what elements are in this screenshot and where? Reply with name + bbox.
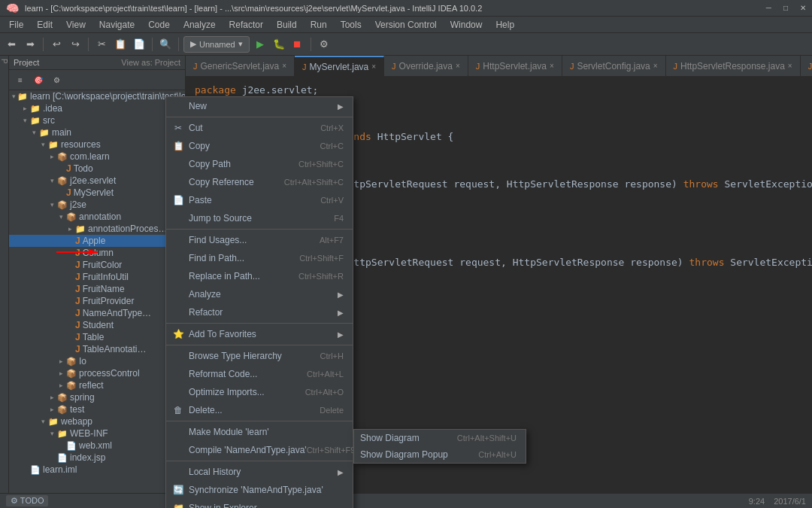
maximize-button[interactable]: □: [783, 4, 788, 12]
run-button[interactable]: ▶: [252, 36, 268, 53]
tree-item-myservlet[interactable]: JMyServlet: [9, 187, 185, 199]
tree-item-io[interactable]: ▸📦Io: [9, 355, 185, 367]
close-button[interactable]: ✕: [800, 4, 806, 12]
tree-item-fruitinfoutil[interactable]: JFruitInfoUtil: [9, 271, 185, 283]
ctx-item-copy[interactable]: 📋CopyCtrl+C: [166, 137, 353, 155]
editor-tab-ServletConfig-java[interactable]: JServletConfig.java×: [562, 56, 666, 77]
gear-icon[interactable]: ⚙: [48, 71, 65, 88]
tree-item-table[interactable]: JTable: [9, 331, 185, 343]
tree-item-todo[interactable]: JTodo: [9, 163, 185, 175]
tree-item-fruitcolor[interactable]: JFruitColor: [9, 259, 185, 271]
tree-item-j2se[interactable]: ▾📦j2se: [9, 199, 185, 211]
tab-close-icon[interactable]: ×: [788, 62, 792, 70]
tree-item-fruitprovider[interactable]: JFruitProvider: [9, 295, 185, 307]
tree-item-annotation[interactable]: ▾📦annotation: [9, 211, 185, 223]
ctx-item-delete---[interactable]: 🗑Delete...Delete: [166, 401, 353, 419]
ctx-item-analyze[interactable]: Analyze▶: [166, 285, 353, 303]
find-button[interactable]: 🔍: [157, 36, 174, 53]
menu-item-help[interactable]: Help: [489, 18, 520, 32]
menu-item-file[interactable]: File: [3, 18, 29, 32]
ctx-item-copy-reference[interactable]: Copy ReferenceCtrl+Alt+Shift+C: [166, 173, 353, 191]
tree-item-column[interactable]: JColumn: [9, 247, 185, 259]
tree-item-src[interactable]: ▾📁src: [9, 114, 185, 126]
ctx-item-copy-path[interactable]: Copy PathCtrl+Shift+C: [166, 155, 353, 173]
menu-item-refactor[interactable]: Refactor: [223, 18, 269, 32]
menu-item-navigate[interactable]: Navigate: [93, 18, 141, 32]
editor-tab-Override-java[interactable]: JOverride.java×: [384, 56, 468, 77]
submenu-item-show-diagram-popup[interactable]: Show Diagram PopupCtrl+Alt+U: [354, 446, 526, 463]
copy-button[interactable]: 📋: [112, 36, 129, 53]
paste-button[interactable]: 📄: [131, 36, 147, 53]
ctx-item-add-to-favorites[interactable]: ⭐Add To Favorites▶: [166, 325, 353, 343]
back-button[interactable]: ⬅: [3, 36, 20, 53]
menu-item-view[interactable]: View: [60, 18, 92, 32]
tree-item-student[interactable]: JStudent: [9, 319, 185, 331]
tree-item--idea[interactable]: ▸📁.idea: [9, 102, 185, 114]
forward-button[interactable]: ➡: [22, 36, 38, 53]
redo-button[interactable]: ↪: [67, 36, 83, 53]
ctx-item-jump-to-source[interactable]: Jump to SourceF4: [166, 209, 353, 227]
tab-close-icon[interactable]: ×: [282, 62, 286, 70]
ctx-item-paste[interactable]: 📄PasteCtrl+V: [166, 191, 353, 209]
menu-item-build[interactable]: Build: [271, 18, 303, 32]
menu-item-code[interactable]: Code: [142, 18, 176, 32]
run-config-dropdown[interactable]: ▶ Unnamed ▾: [183, 36, 250, 53]
tree-item-processcontrol[interactable]: ▸📦processControl: [9, 367, 185, 379]
editor-tab-GenericServlet-java[interactable]: JGenericServlet.java×: [186, 56, 295, 77]
tree-item-annotationproces-[interactable]: ▸📁annotationProces…: [9, 223, 185, 235]
tree-item-index-jsp[interactable]: 📄index.jsp: [9, 452, 185, 464]
tree-item-tableannotati-[interactable]: JTableAnnotati…: [9, 343, 185, 355]
ctx-item-show-in-explorer[interactable]: 📁Show in Explorer: [166, 499, 353, 508]
menu-item-run[interactable]: Run: [304, 18, 333, 32]
tree-item-test[interactable]: ▸📦test: [9, 403, 185, 415]
tree-item-web-inf[interactable]: ▾📁WEB-INF: [9, 427, 185, 440]
tree-item-com-learn[interactable]: ▸📦com.learn: [9, 151, 185, 163]
debug-button[interactable]: 🐛: [271, 36, 287, 53]
ctx-item-replace-in-path---[interactable]: Replace in Path...Ctrl+Shift+R: [166, 267, 353, 285]
ctx-item-synchronize--nameandtype-java-[interactable]: 🔄Synchronize 'NameAndType.java': [166, 481, 353, 499]
ctx-item-new[interactable]: New▶: [166, 97, 353, 115]
tree-item-webapp[interactable]: ▾📁webapp: [9, 415, 185, 427]
editor-tab-MyServlet-java[interactable]: JMyServlet.java×: [295, 56, 384, 77]
undo-button[interactable]: ↩: [48, 36, 65, 53]
collapse-all-button[interactable]: ≡: [12, 71, 29, 88]
minimize-button[interactable]: ─: [766, 4, 771, 12]
menu-item-tools[interactable]: Tools: [335, 18, 368, 32]
editor-tab-HttpServlet-java[interactable]: JHttpServlet.java×: [468, 56, 562, 77]
tree-item-fruitname[interactable]: JFruitName: [9, 283, 185, 295]
tab-close-icon[interactable]: ×: [371, 62, 376, 71]
ctx-item-reformat-code---[interactable]: Reformat Code...Ctrl+Alt+L: [166, 365, 353, 383]
ctx-item-refactor[interactable]: Refactor▶: [166, 303, 353, 321]
tree-item-learn--c--workspace-project-train-test-learn-[interactable]: ▾📁learn [C:\workspace\project\train\test…: [9, 90, 185, 102]
editor-tab-HttpServletResponse-java[interactable]: JHttpServletResponse.java×: [666, 56, 801, 77]
stop-button[interactable]: ⏹: [289, 36, 306, 53]
ctx-item-local-history[interactable]: Local History▶: [166, 463, 353, 481]
ctx-item-optimize-imports---[interactable]: Optimize Imports...Ctrl+Alt+O: [166, 383, 353, 401]
ctx-item-compile--nameandtype-java-[interactable]: Compile 'NameAndType.java'Ctrl+Shift+F9: [166, 441, 353, 459]
tree-item-learn-iml[interactable]: 📄learn.iml: [9, 464, 185, 476]
locate-file-button[interactable]: 🎯: [30, 71, 47, 88]
tree-item-spring[interactable]: ▸📦spring: [9, 391, 185, 403]
tree-item-main[interactable]: ▾📁main: [9, 126, 185, 138]
ctx-item-find-in-path---[interactable]: Find in Path...Ctrl+Shift+F: [166, 249, 353, 267]
tab-close-icon[interactable]: ×: [550, 62, 554, 70]
tree-item-apple[interactable]: JApple: [9, 235, 185, 247]
sidebar-project-icon[interactable]: P: [0, 59, 8, 64]
ctx-item-browse-type-hierarchy[interactable]: Browse Type HierarchyCtrl+H: [166, 347, 353, 365]
menu-item-window[interactable]: Window: [444, 18, 489, 32]
menu-item-analyze[interactable]: Analyze: [177, 18, 222, 32]
tab-close-icon[interactable]: ×: [456, 62, 460, 70]
menu-item-version control[interactable]: Version Control: [369, 18, 443, 32]
todo-button[interactable]: ⚙ TODO: [6, 495, 48, 506]
tree-item-resources[interactable]: ▾📁resources: [9, 138, 185, 151]
settings-button[interactable]: ⚙: [316, 36, 332, 53]
cut-button[interactable]: ✂: [93, 36, 110, 53]
tree-item-web-xml[interactable]: 📄web.xml: [9, 440, 185, 452]
view-as-label[interactable]: View as: Project: [121, 58, 180, 67]
submenu-item-show-diagram[interactable]: Show DiagramCtrl+Alt+Shift+U: [354, 430, 526, 446]
menu-item-edit[interactable]: Edit: [31, 18, 59, 32]
tree-item-j2ee-servlet[interactable]: ▾📦j2ee.servlet: [9, 175, 185, 187]
tree-item-reflect[interactable]: ▸📦reflect: [9, 379, 185, 391]
ctx-item-find-usages---[interactable]: Find Usages...Alt+F7: [166, 231, 353, 249]
editor-tab-ServletContext-java[interactable]: JServletContext.java×: [801, 56, 812, 77]
